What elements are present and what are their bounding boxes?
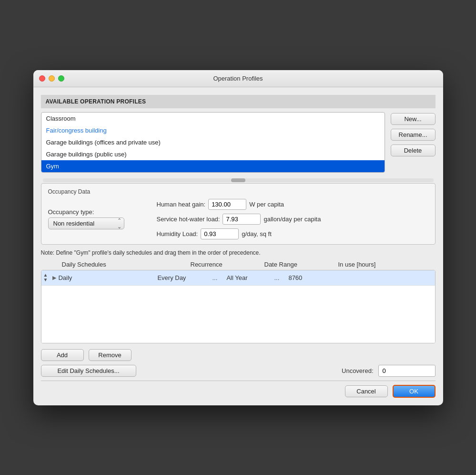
profile-item-gym[interactable]: Gym [41, 160, 385, 172]
sort-down-icon[interactable]: ▼ [43, 278, 48, 282]
delete-button[interactable]: Delete [391, 145, 435, 156]
humidity-unit: g/day, sq ft [242, 230, 272, 238]
occupancy-left: Occupancy type: Residential Non resident… [48, 208, 153, 229]
col-header-recurrence: Recurrence [191, 261, 264, 268]
col-header-daterange: Date Range [264, 261, 338, 268]
profiles-list[interactable]: Classroom Fair/congress building Garage … [41, 112, 385, 173]
remove-button[interactable]: Remove [89, 349, 132, 361]
ok-button[interactable]: OK [393, 385, 435, 398]
humidity-label: Humidity Load: [157, 230, 198, 238]
maximize-button[interactable] [58, 75, 64, 82]
cell-inuse-0: 8760 [285, 272, 435, 283]
occupancy-type-select[interactable]: Residential Non residential [48, 217, 124, 229]
heat-gain-row: Human heat gain: W per capita [157, 199, 428, 210]
action-buttons-left: Add Remove Edit Daily Schedules... [41, 349, 342, 377]
heat-gain-label: Human heat gain: [157, 201, 206, 208]
sort-arrows[interactable]: ▲ ▼ [43, 273, 48, 282]
section-header: AVAILABLE OPERATION PROFILES [41, 95, 435, 108]
hot-water-row: Service hot-water load: gallon/day per c… [157, 214, 428, 225]
new-button[interactable]: New... [391, 113, 435, 125]
hot-water-unit: gallon/day per capita [263, 216, 321, 223]
uncovered-label: Uncovered: [342, 367, 373, 374]
occupancy-section-title: Occupancy Data [48, 188, 428, 195]
schedule-table: ▲ ▼ ▶ Daily Every Day ... All Year ... 8… [41, 270, 435, 343]
occupancy-box: Occupancy Data Occupancy type: Residenti… [41, 183, 435, 245]
occupancy-type-wrapper: Residential Non residential ⌃⌄ [48, 217, 124, 229]
heat-gain-input[interactable] [208, 199, 246, 210]
close-button[interactable] [39, 75, 45, 82]
hot-water-input[interactable] [223, 214, 261, 225]
occupancy-type-label: Occupancy type: [48, 208, 153, 216]
row-expand-icon[interactable]: ▶ [52, 275, 56, 281]
note-text: Note: Define "Gym" profile's daily sched… [41, 249, 435, 256]
cell-daterange-0: All Year [223, 272, 271, 283]
schedules-header: Daily Schedules Recurrence Date Range In… [41, 261, 435, 268]
window-title: Operation Profiles [213, 75, 263, 82]
traffic-lights [39, 75, 64, 82]
daily-value-0: Daily [58, 274, 72, 281]
titlebar: Operation Profiles [33, 70, 443, 87]
cancel-button[interactable]: Cancel [345, 385, 388, 397]
uncovered-input[interactable] [378, 365, 435, 377]
profiles-area: Classroom Fair/congress building Garage … [41, 112, 435, 173]
profile-item-garage-public[interactable]: Garage buildings (public use) [41, 148, 385, 160]
minimize-button[interactable] [49, 75, 55, 82]
schedule-empty-area [41, 286, 435, 343]
schedule-row-0: ▲ ▼ ▶ Daily Every Day ... All Year ... 8… [41, 270, 435, 286]
scrollbar-thumb[interactable] [231, 178, 245, 182]
divider [41, 381, 435, 381]
daterange-dots-button-0[interactable]: ... [271, 272, 285, 283]
occupancy-right: Human heat gain: W per capita Service ho… [157, 199, 428, 239]
window-content: AVAILABLE OPERATION PROFILES Classroom F… [33, 87, 443, 405]
dialog-buttons: Cancel OK [41, 385, 435, 398]
profiles-buttons: New... Rename... Delete [391, 112, 435, 173]
recurrence-dots-button-0[interactable]: ... [209, 272, 223, 283]
heat-gain-unit: W per capita [249, 201, 284, 208]
edit-daily-row: Edit Daily Schedules... [41, 365, 342, 377]
uncovered-group: Uncovered: [342, 365, 435, 377]
profile-item-classroom[interactable]: Classroom [41, 113, 385, 124]
cell-recurrence-0: Every Day [154, 272, 209, 283]
humidity-row: Humidity Load: g/day, sq ft [157, 228, 428, 239]
add-remove-row: Add Remove [41, 349, 342, 361]
cell-daily-0: ▶ Daily [50, 272, 154, 283]
hot-water-label: Service hot-water load: [157, 216, 220, 223]
occupancy-row: Occupancy type: Residential Non resident… [48, 199, 428, 239]
profile-item-fair[interactable]: Fair/congress building [41, 124, 385, 136]
horizontal-scrollbar[interactable] [43, 178, 434, 182]
humidity-input[interactable] [201, 228, 239, 239]
edit-daily-button[interactable]: Edit Daily Schedules... [41, 365, 136, 377]
col-header-daily: Daily Schedules [62, 261, 191, 268]
profile-item-garage-offices[interactable]: Garage buildings (offices and private us… [41, 136, 385, 148]
rename-button[interactable]: Rename... [391, 129, 435, 141]
main-window: Operation Profiles AVAILABLE OPERATION P… [33, 70, 443, 405]
col-header-inuse: In use [hours] [338, 261, 435, 268]
add-button[interactable]: Add [41, 349, 84, 361]
